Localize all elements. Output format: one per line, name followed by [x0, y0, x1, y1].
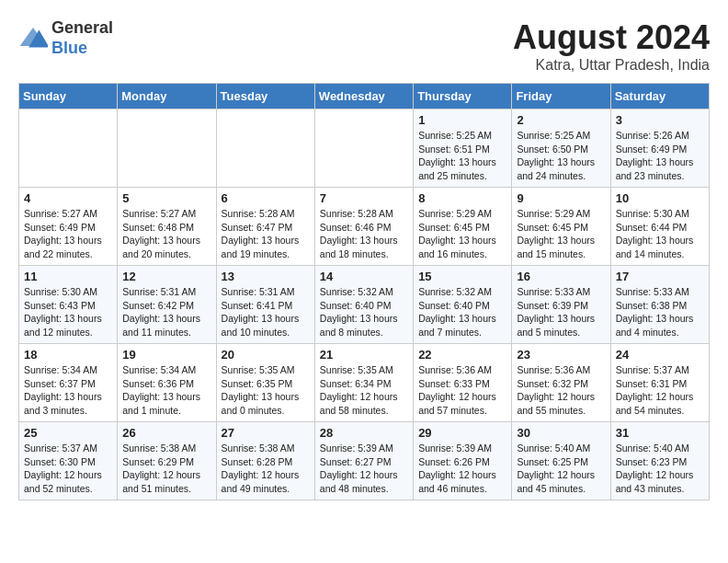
calendar-week-1: 1Sunrise: 5:25 AM Sunset: 6:51 PM Daylig…	[19, 109, 710, 188]
column-header-monday: Monday	[118, 84, 216, 109]
day-number: 31	[616, 426, 704, 440]
calendar-cell: 17Sunrise: 5:33 AM Sunset: 6:38 PM Dayli…	[610, 266, 709, 344]
day-info: Sunrise: 5:35 AM Sunset: 6:34 PM Dayligh…	[320, 363, 408, 418]
day-number: 7	[320, 191, 408, 205]
calendar-cell	[118, 109, 216, 188]
day-info: Sunrise: 5:40 AM Sunset: 6:23 PM Dayligh…	[616, 442, 704, 496]
day-info: Sunrise: 5:39 AM Sunset: 6:26 PM Dayligh…	[418, 442, 506, 496]
calendar-cell: 20Sunrise: 5:35 AM Sunset: 6:35 PM Dayli…	[216, 344, 314, 422]
day-number: 4	[24, 191, 112, 205]
title-area: August 2024 Katra, Uttar Pradesh, India	[513, 18, 710, 74]
day-number: 8	[418, 191, 506, 205]
day-info: Sunrise: 5:33 AM Sunset: 6:38 PM Dayligh…	[616, 285, 704, 339]
day-number: 25	[24, 426, 112, 440]
column-header-saturday: Saturday	[610, 84, 709, 109]
day-info: Sunrise: 5:27 AM Sunset: 6:48 PM Dayligh…	[122, 207, 210, 261]
calendar-cell: 10Sunrise: 5:30 AM Sunset: 6:44 PM Dayli…	[610, 188, 709, 266]
calendar-cell: 29Sunrise: 5:39 AM Sunset: 6:26 PM Dayli…	[414, 422, 512, 500]
day-number: 14	[320, 270, 408, 283]
calendar-cell: 27Sunrise: 5:38 AM Sunset: 6:28 PM Dayli…	[216, 422, 314, 500]
column-header-sunday: Sunday	[19, 84, 118, 109]
day-info: Sunrise: 5:30 AM Sunset: 6:44 PM Dayligh…	[616, 207, 704, 261]
day-info: Sunrise: 5:40 AM Sunset: 6:25 PM Dayligh…	[517, 442, 605, 496]
day-info: Sunrise: 5:25 AM Sunset: 6:51 PM Dayligh…	[418, 129, 506, 183]
day-info: Sunrise: 5:35 AM Sunset: 6:35 PM Dayligh…	[222, 363, 310, 418]
month-year-title: August 2024	[513, 18, 710, 57]
header-row: SundayMondayTuesdayWednesdayThursdayFrid…	[19, 84, 710, 109]
logo-icon	[18, 24, 48, 53]
calendar-table: SundayMondayTuesdayWednesdayThursdayFrid…	[18, 83, 710, 500]
day-info: Sunrise: 5:36 AM Sunset: 6:32 PM Dayligh…	[517, 363, 605, 418]
day-info: Sunrise: 5:33 AM Sunset: 6:39 PM Dayligh…	[517, 285, 605, 339]
day-info: Sunrise: 5:29 AM Sunset: 6:45 PM Dayligh…	[418, 207, 506, 261]
day-number: 17	[616, 270, 704, 283]
calendar-cell: 12Sunrise: 5:31 AM Sunset: 6:42 PM Dayli…	[118, 266, 216, 344]
calendar-week-2: 4Sunrise: 5:27 AM Sunset: 6:49 PM Daylig…	[19, 188, 710, 266]
calendar-cell: 1Sunrise: 5:25 AM Sunset: 6:51 PM Daylig…	[414, 109, 512, 188]
calendar-cell: 4Sunrise: 5:27 AM Sunset: 6:49 PM Daylig…	[19, 188, 118, 266]
calendar-cell: 23Sunrise: 5:36 AM Sunset: 6:32 PM Dayli…	[512, 344, 610, 422]
day-info: Sunrise: 5:38 AM Sunset: 6:28 PM Dayligh…	[222, 442, 310, 496]
calendar-cell: 22Sunrise: 5:36 AM Sunset: 6:33 PM Dayli…	[414, 344, 512, 422]
logo-general: General	[51, 18, 113, 39]
day-number: 28	[320, 426, 408, 440]
day-number: 6	[222, 191, 310, 205]
day-info: Sunrise: 5:26 AM Sunset: 6:49 PM Dayligh…	[616, 129, 704, 183]
day-info: Sunrise: 5:31 AM Sunset: 6:41 PM Dayligh…	[222, 285, 310, 339]
calendar-cell: 13Sunrise: 5:31 AM Sunset: 6:41 PM Dayli…	[216, 266, 314, 344]
day-info: Sunrise: 5:30 AM Sunset: 6:43 PM Dayligh…	[24, 285, 112, 339]
calendar-cell: 11Sunrise: 5:30 AM Sunset: 6:43 PM Dayli…	[19, 266, 118, 344]
calendar-week-5: 25Sunrise: 5:37 AM Sunset: 6:30 PM Dayli…	[19, 422, 710, 500]
calendar-cell: 16Sunrise: 5:33 AM Sunset: 6:39 PM Dayli…	[512, 266, 610, 344]
day-number: 26	[122, 426, 210, 440]
day-number: 21	[320, 348, 408, 362]
day-info: Sunrise: 5:25 AM Sunset: 6:50 PM Dayligh…	[517, 129, 605, 183]
calendar-cell: 28Sunrise: 5:39 AM Sunset: 6:27 PM Dayli…	[314, 422, 413, 500]
calendar-cell	[314, 109, 413, 188]
day-info: Sunrise: 5:27 AM Sunset: 6:49 PM Dayligh…	[24, 207, 112, 261]
day-number: 5	[122, 191, 210, 205]
day-number: 10	[616, 191, 704, 205]
day-info: Sunrise: 5:31 AM Sunset: 6:42 PM Dayligh…	[122, 285, 210, 339]
column-header-wednesday: Wednesday	[314, 84, 413, 109]
calendar-cell: 8Sunrise: 5:29 AM Sunset: 6:45 PM Daylig…	[414, 188, 512, 266]
calendar-cell: 19Sunrise: 5:34 AM Sunset: 6:36 PM Dayli…	[118, 344, 216, 422]
calendar-cell: 5Sunrise: 5:27 AM Sunset: 6:48 PM Daylig…	[118, 188, 216, 266]
day-number: 1	[418, 113, 506, 127]
day-number: 24	[616, 348, 704, 362]
day-info: Sunrise: 5:34 AM Sunset: 6:36 PM Dayligh…	[122, 363, 210, 418]
day-info: Sunrise: 5:36 AM Sunset: 6:33 PM Dayligh…	[418, 363, 506, 418]
calendar-cell	[216, 109, 314, 188]
column-header-friday: Friday	[512, 84, 610, 109]
day-info: Sunrise: 5:28 AM Sunset: 6:46 PM Dayligh…	[320, 207, 408, 261]
calendar-cell: 18Sunrise: 5:34 AM Sunset: 6:37 PM Dayli…	[19, 344, 118, 422]
day-info: Sunrise: 5:37 AM Sunset: 6:30 PM Dayligh…	[24, 442, 112, 496]
calendar-cell: 14Sunrise: 5:32 AM Sunset: 6:40 PM Dayli…	[314, 266, 413, 344]
location-subtitle: Katra, Uttar Pradesh, India	[513, 57, 710, 74]
calendar-cell: 31Sunrise: 5:40 AM Sunset: 6:23 PM Dayli…	[610, 422, 709, 500]
day-number: 9	[517, 191, 605, 205]
day-number: 27	[222, 426, 310, 440]
calendar-cell: 15Sunrise: 5:32 AM Sunset: 6:40 PM Dayli…	[414, 266, 512, 344]
day-number: 20	[222, 348, 310, 362]
calendar-week-4: 18Sunrise: 5:34 AM Sunset: 6:37 PM Dayli…	[19, 344, 710, 422]
day-number: 16	[517, 270, 605, 283]
day-number: 23	[517, 348, 605, 362]
calendar-cell	[19, 109, 118, 188]
day-number: 30	[517, 426, 605, 440]
logo-blue: Blue	[51, 39, 113, 59]
calendar-week-3: 11Sunrise: 5:30 AM Sunset: 6:43 PM Dayli…	[19, 266, 710, 344]
calendar-cell: 3Sunrise: 5:26 AM Sunset: 6:49 PM Daylig…	[610, 109, 709, 188]
calendar-cell: 21Sunrise: 5:35 AM Sunset: 6:34 PM Dayli…	[314, 344, 413, 422]
day-number: 2	[517, 113, 605, 127]
calendar-cell: 9Sunrise: 5:29 AM Sunset: 6:45 PM Daylig…	[512, 188, 610, 266]
calendar-cell: 26Sunrise: 5:38 AM Sunset: 6:29 PM Dayli…	[118, 422, 216, 500]
column-header-thursday: Thursday	[414, 84, 512, 109]
calendar-header: SundayMondayTuesdayWednesdayThursdayFrid…	[19, 84, 710, 109]
calendar-body: 1Sunrise: 5:25 AM Sunset: 6:51 PM Daylig…	[19, 109, 710, 500]
day-info: Sunrise: 5:28 AM Sunset: 6:47 PM Dayligh…	[222, 207, 310, 261]
day-number: 11	[24, 270, 112, 283]
day-info: Sunrise: 5:29 AM Sunset: 6:45 PM Dayligh…	[517, 207, 605, 261]
calendar-cell: 6Sunrise: 5:28 AM Sunset: 6:47 PM Daylig…	[216, 188, 314, 266]
logo: General Blue	[18, 18, 113, 58]
